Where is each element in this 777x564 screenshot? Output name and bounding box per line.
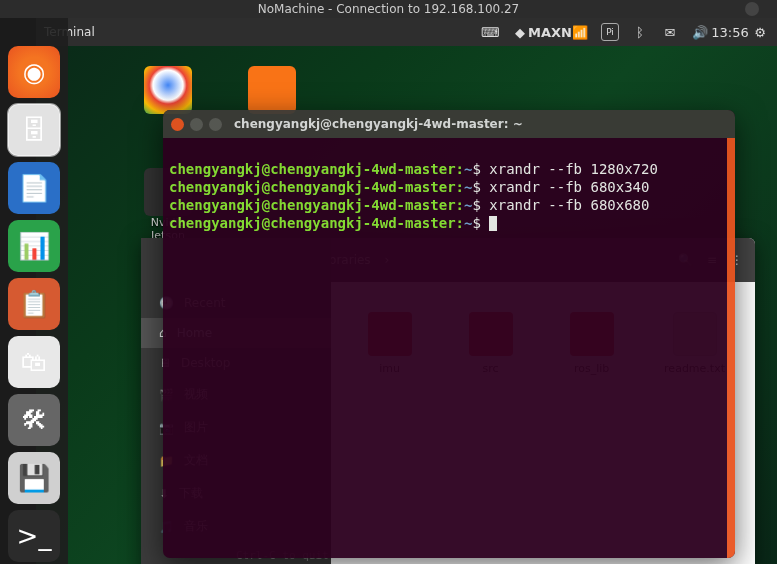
gear-icon[interactable]: ⚙ bbox=[751, 23, 769, 41]
launcher-writer[interactable]: 📄 bbox=[8, 162, 60, 214]
terminal-scrollbar[interactable] bbox=[727, 138, 735, 558]
terminal-titlebar[interactable]: chengyangkj@chengyangkj-4wd-master: ~ bbox=[163, 110, 735, 138]
term-command: xrandr --fb 680x340 bbox=[489, 179, 649, 195]
keyboard-icon[interactable]: ⌨ bbox=[481, 23, 499, 41]
launcher-calc[interactable]: 📊 bbox=[8, 220, 60, 272]
term-prompt-user: chengyangkj@chengyangkj-4wd-master bbox=[169, 161, 456, 177]
nomachine-minimize-icon[interactable] bbox=[745, 2, 759, 16]
launcher-software[interactable]: 🛍 bbox=[8, 336, 60, 388]
launcher-settings[interactable]: 🛠 bbox=[8, 394, 60, 446]
desktop-icon-folder[interactable] bbox=[240, 66, 304, 114]
menu-bar: Terminal ⌨ ◆ MAXN 📶 Pi ᛒ ✉ 🔊 13:56 ⚙ bbox=[36, 18, 777, 46]
raspberry-pi-icon[interactable]: Pi bbox=[601, 23, 619, 41]
terminal-body[interactable]: chengyangkj@chengyangkj-4wd-master:~$ xr… bbox=[163, 138, 735, 558]
launcher-disk[interactable]: 💾 bbox=[8, 452, 60, 504]
launcher-ubuntu-dash[interactable]: ◉ bbox=[8, 46, 60, 98]
nvidia-icon[interactable]: ◆ bbox=[511, 23, 529, 41]
launcher-terminal[interactable]: >_ bbox=[8, 510, 60, 562]
maximize-icon[interactable] bbox=[209, 118, 222, 131]
desktop: Terminal ⌨ ◆ MAXN 📶 Pi ᛒ ✉ 🔊 13:56 ⚙ Nvi… bbox=[36, 18, 777, 564]
close-icon[interactable] bbox=[171, 118, 184, 131]
wifi-icon[interactable]: 📶 bbox=[571, 23, 589, 41]
nomachine-title: NoMachine - Connection to 192.168.100.27 bbox=[258, 2, 520, 16]
sound-icon[interactable]: 🔊 bbox=[691, 23, 709, 41]
term-prompt-dollar: $ bbox=[472, 161, 480, 177]
terminal-title: chengyangkj@chengyangkj-4wd-master: ~ bbox=[234, 117, 523, 131]
term-cursor bbox=[489, 216, 497, 231]
desktop-icons bbox=[136, 66, 304, 114]
minimize-icon[interactable] bbox=[190, 118, 203, 131]
mail-icon[interactable]: ✉ bbox=[661, 23, 679, 41]
launcher-files[interactable]: 🗄 bbox=[8, 104, 60, 156]
unity-launcher: ◉ 🗄 📄 📊 📋 🛍 🛠 💾 >_ bbox=[0, 18, 68, 564]
term-command: xrandr --fb 680x680 bbox=[489, 197, 649, 213]
chromium-icon bbox=[144, 66, 192, 114]
terminal-window[interactable]: chengyangkj@chengyangkj-4wd-master: ~ ch… bbox=[163, 110, 735, 558]
desktop-icon-chromium[interactable] bbox=[136, 66, 200, 114]
bluetooth-icon[interactable]: ᛒ bbox=[631, 23, 649, 41]
folder-icon bbox=[248, 66, 296, 114]
launcher-impress[interactable]: 📋 bbox=[8, 278, 60, 330]
power-mode-label[interactable]: MAXN bbox=[541, 23, 559, 41]
clock-label[interactable]: 13:56 bbox=[721, 23, 739, 41]
term-command: xrandr --fb 1280x720 bbox=[489, 161, 658, 177]
nomachine-titlebar: NoMachine - Connection to 192.168.100.27 bbox=[0, 0, 777, 18]
active-app-label: Terminal bbox=[44, 25, 481, 39]
indicator-area: ⌨ ◆ MAXN 📶 Pi ᛒ ✉ 🔊 13:56 ⚙ bbox=[481, 23, 769, 41]
